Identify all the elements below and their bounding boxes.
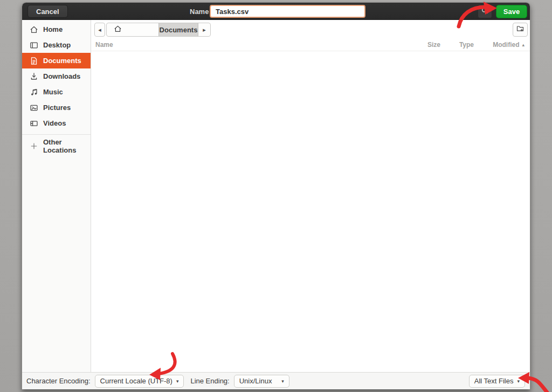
sidebar-item-desktop[interactable]: Desktop — [22, 37, 91, 53]
new-folder-icon — [516, 24, 525, 35]
sidebar-item-documents[interactable]: Documents — [22, 53, 91, 68]
search-icon — [481, 6, 489, 17]
sidebar-item-music[interactable]: Music — [22, 84, 91, 100]
column-header-name[interactable]: Name — [95, 41, 415, 49]
path-bar: ◂ Documents ▸ — [91, 20, 530, 38]
plus-icon — [30, 142, 38, 150]
path-segments: Documents ▸ — [106, 23, 211, 37]
sidebar-item-label: Pictures — [43, 104, 71, 112]
cancel-button[interactable]: Cancel — [27, 5, 68, 18]
column-header-type[interactable]: Type — [440, 41, 478, 49]
sidebar-item-label: Videos — [43, 119, 66, 127]
home-icon — [30, 25, 38, 34]
desktop-icon — [30, 41, 38, 50]
sidebar-item-label: Music — [43, 88, 63, 96]
download-icon — [30, 72, 38, 81]
encoding-value: Current Locale (UTF-8) — [100, 377, 172, 385]
sidebar-item-label: Other Locations — [43, 138, 91, 154]
file-list-empty-area[interactable] — [91, 51, 530, 372]
file-list-header: Name Size Type Modified ▴ — [91, 38, 530, 51]
chevron-down-icon: ▾ — [281, 379, 284, 384]
sidebar-item-home[interactable]: Home — [22, 22, 91, 37]
column-header-modified[interactable]: Modified ▴ — [478, 41, 525, 49]
sidebar-separator — [22, 134, 91, 135]
file-filter-dropdown[interactable]: All Text Files ▾ — [469, 375, 525, 388]
document-icon — [30, 57, 38, 65]
back-arrow-icon: ◂ — [98, 26, 101, 33]
sidebar-item-videos[interactable]: Videos — [22, 115, 91, 131]
music-note-icon — [30, 88, 38, 97]
chevron-down-icon: ▾ — [517, 379, 520, 384]
path-forward-button[interactable]: ▸ — [198, 23, 210, 36]
new-folder-button[interactable] — [513, 23, 528, 37]
column-header-label: Modified — [493, 41, 519, 49]
line-ending-label: Line Ending: — [190, 377, 229, 385]
video-icon — [30, 119, 38, 128]
save-file-dialog: Cancel Name Save — [22, 2, 530, 389]
filename-input[interactable] — [210, 5, 365, 18]
name-label: Name — [190, 3, 209, 20]
annotation-arrow-filter — [528, 378, 548, 392]
places-sidebar: Home Desktop Documents — [22, 20, 91, 372]
save-button[interactable]: Save — [496, 5, 527, 18]
line-ending-value: Unix/Linux — [239, 377, 272, 385]
column-header-size[interactable]: Size — [415, 41, 440, 49]
line-ending-dropdown[interactable]: Unix/Linux ▾ — [234, 375, 289, 388]
desktop-background: Cancel Name Save — [0, 0, 552, 392]
sidebar-item-label: Documents — [43, 57, 81, 65]
encoding-label: Character Encoding: — [26, 377, 91, 385]
dialog-footer: Character Encoding: Current Locale (UTF-… — [22, 372, 530, 389]
sidebar-item-label: Desktop — [43, 41, 71, 49]
path-back-button[interactable]: ◂ — [94, 23, 105, 37]
sort-ascending-icon: ▴ — [522, 42, 525, 47]
sidebar-item-label: Downloads — [43, 72, 80, 80]
sidebar-item-label: Home — [43, 25, 63, 33]
sidebar-item-downloads[interactable]: Downloads — [22, 68, 91, 84]
path-home-button[interactable] — [107, 23, 128, 36]
forward-arrow-icon: ▸ — [203, 26, 206, 33]
encoding-dropdown[interactable]: Current Locale (UTF-8) ▾ — [95, 375, 184, 388]
search-button[interactable] — [478, 4, 492, 18]
dialog-headerbar: Cancel Name Save — [22, 3, 530, 20]
path-segment-documents[interactable]: Documents — [158, 23, 198, 36]
path-filler — [128, 23, 158, 36]
home-icon — [114, 25, 122, 35]
sidebar-item-other-locations[interactable]: Other Locations — [22, 138, 91, 154]
file-filter-value: All Text Files — [474, 377, 514, 385]
chevron-down-icon: ▾ — [176, 379, 179, 384]
picture-icon — [30, 104, 38, 112]
sidebar-item-pictures[interactable]: Pictures — [22, 100, 91, 115]
